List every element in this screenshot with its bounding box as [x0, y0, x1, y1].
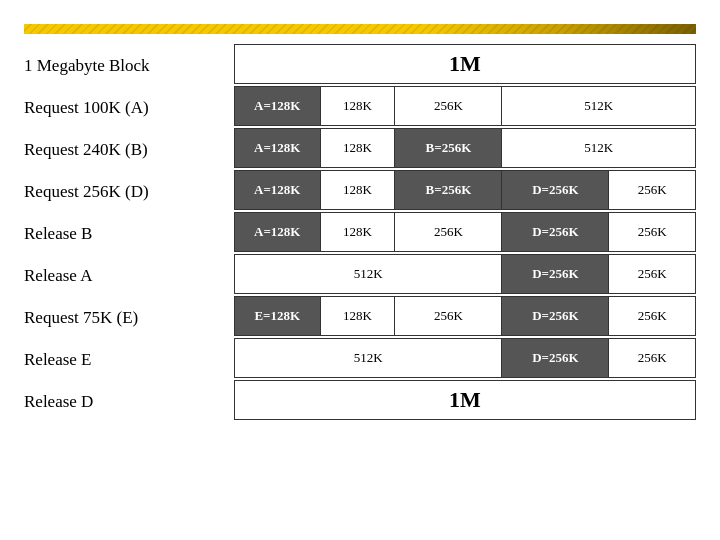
row-label-1: Request 100K (A) [24, 86, 214, 128]
mem-row-6: E=128K128K256KD=256K256K [234, 296, 696, 336]
cell-4-0: A=128K [235, 213, 321, 251]
cell-6-0: E=128K [235, 297, 321, 335]
cell-4-4: 256K [609, 213, 695, 251]
cell-7-2: 256K [609, 339, 695, 377]
cell-3-1: 128K [321, 171, 396, 209]
left-column: 1 Megabyte BlockRequest 100K (A)Request … [24, 44, 214, 422]
page: 1 Megabyte BlockRequest 100K (A)Request … [0, 0, 720, 540]
mem-row-5: 512KD=256K256K [234, 254, 696, 294]
cell-5-0: 512K [235, 255, 502, 293]
cell-4-3: D=256K [502, 213, 609, 251]
cell-8-0: 1M [235, 387, 695, 413]
cell-2-2: B=256K [395, 129, 502, 167]
cell-6-1: 128K [321, 297, 396, 335]
content-area: 1 Megabyte BlockRequest 100K (A)Request … [24, 44, 696, 422]
cell-1-3: 512K [502, 87, 695, 125]
mem-row-7: 512KD=256K256K [234, 338, 696, 378]
row-label-0: 1 Megabyte Block [24, 44, 214, 86]
row-label-5: Release A [24, 254, 214, 296]
cell-1-0: A=128K [235, 87, 321, 125]
row-label-2: Request 240K (B) [24, 128, 214, 170]
cell-7-0: 512K [235, 339, 502, 377]
cell-0-0: 1M [235, 51, 695, 77]
mem-row-2: A=128K128KB=256K512K [234, 128, 696, 168]
mem-row-1: A=128K128K256K512K [234, 86, 696, 126]
row-label-7: Release E [24, 338, 214, 380]
cell-6-4: 256K [609, 297, 695, 335]
row-label-3: Request 256K (D) [24, 170, 214, 212]
row-label-6: Request 75K (E) [24, 296, 214, 338]
row-label-4: Release B [24, 212, 214, 254]
right-column: 1MA=128K128K256K512KA=128K128KB=256K512K… [234, 44, 696, 422]
mem-row-4: A=128K128K256KD=256K256K [234, 212, 696, 252]
cell-1-2: 256K [395, 87, 502, 125]
row-label-8: Release D [24, 380, 214, 422]
cell-2-3: 512K [502, 129, 695, 167]
cell-5-2: 256K [609, 255, 695, 293]
cell-7-1: D=256K [502, 339, 609, 377]
mem-row-3: A=128K128KB=256KD=256K256K [234, 170, 696, 210]
cell-2-1: 128K [321, 129, 396, 167]
cell-2-0: A=128K [235, 129, 321, 167]
cell-3-4: 256K [609, 171, 695, 209]
cell-6-2: 256K [395, 297, 502, 335]
cell-6-3: D=256K [502, 297, 609, 335]
cell-3-0: A=128K [235, 171, 321, 209]
mem-row-0: 1M [234, 44, 696, 84]
cell-1-1: 128K [321, 87, 396, 125]
cell-5-1: D=256K [502, 255, 609, 293]
cell-3-2: B=256K [395, 171, 502, 209]
highlight-bar [24, 24, 696, 34]
mem-row-8: 1M [234, 380, 696, 420]
cell-4-2: 256K [395, 213, 502, 251]
cell-3-3: D=256K [502, 171, 609, 209]
cell-4-1: 128K [321, 213, 396, 251]
